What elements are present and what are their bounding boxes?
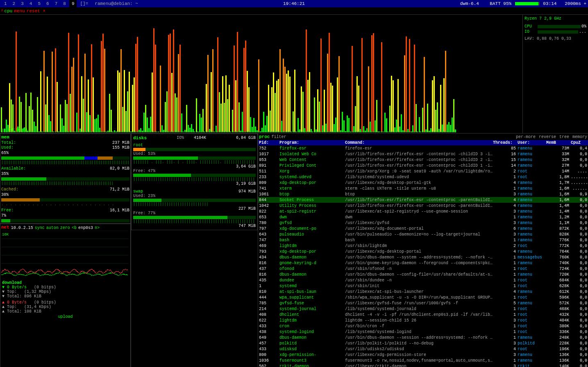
proc-row[interactable]: 233 systemd-udevd /lib/systemd/systemd-u… bbox=[258, 174, 588, 180]
tab-3[interactable]: 3 bbox=[18, 0, 26, 7]
swap-free-value: 747 MiB bbox=[133, 224, 256, 228]
proc-row[interactable]: 816 dbus-daemon /usr/bin/dbus-daemon --c… bbox=[258, 272, 588, 277]
proc-row[interactable]: 444 wpa_supplicant /sbin/wpa_supplicant … bbox=[258, 295, 588, 300]
col-header-user[interactable]: User: bbox=[518, 140, 546, 145]
tab-layout[interactable]: []= bbox=[77, 0, 91, 7]
proc-row[interactable]: 214 systemd-journal /lib/systemd/systemd… bbox=[258, 306, 588, 312]
col-header-memb[interactable]: MemB bbox=[546, 140, 571, 145]
proc-row[interactable]: 562 rtkit-daemon /usr/libexec/rtkit-daem… bbox=[258, 363, 588, 367]
net-tab-n[interactable]: n> bbox=[95, 226, 100, 230]
proc-row[interactable]: 741 xterm xterm -class UXTerm -title uxt… bbox=[258, 186, 588, 191]
proc-row[interactable]: 891 Privileged Cont /usr/lib/firefox-esr… bbox=[258, 163, 588, 168]
proc-row[interactable]: 800 xdg-permission- /usr/libexec/xdg-per… bbox=[258, 352, 588, 358]
filter-label[interactable]: filter bbox=[271, 135, 286, 139]
opt-reverse[interactable]: reverse bbox=[539, 135, 556, 139]
tab-6[interactable]: 6 bbox=[44, 0, 52, 7]
proc-prog: systemd bbox=[279, 284, 345, 288]
htop-tab-cpu-label[interactable]: cpu bbox=[4, 9, 14, 14]
proc-user: root bbox=[518, 307, 546, 311]
col-header-pid[interactable]: Pid: bbox=[259, 140, 279, 145]
opt-tree[interactable]: tree bbox=[559, 135, 569, 139]
proc-row[interactable]: 433 cron /usr/bin/cron -f 1 root 380K 0,… bbox=[258, 323, 588, 329]
mem-title: mem bbox=[1, 135, 129, 140]
proc-row[interactable]: 437 ofonod /usr/sbin/ofonod -n 1 root 72… bbox=[258, 266, 588, 272]
net-tab-auton[interactable]: auton bbox=[46, 226, 59, 230]
mem-cache-bar-fill bbox=[1, 198, 40, 202]
proc-row[interactable]: 622 lightdm lightdm --session-child 15 2… bbox=[258, 317, 588, 323]
opt-per-more[interactable]: per-more bbox=[516, 135, 536, 139]
proc-row[interactable]: 752 firefox-esr firefox-esr 85 ramenu 73… bbox=[258, 145, 588, 151]
col-header-threads[interactable]: Threads: bbox=[493, 140, 518, 145]
proc-cpu: ...... bbox=[571, 186, 587, 191]
proc-row[interactable]: 1061 btop btop 3 ramenu 1,6M 0,9 bbox=[258, 191, 588, 197]
proc-user: ramenu bbox=[518, 249, 546, 254]
proc-row[interactable]: 433 udisksd /usr/lib/udisks2/udisksd 4 r… bbox=[258, 346, 588, 352]
proc-row[interactable]: 649 dbus-daemon /usr/bin/dbus-daemon --s… bbox=[258, 335, 588, 340]
proc-row[interactable]: 797 xdg-document-po /usr/libexec/xdg-doc… bbox=[258, 226, 588, 231]
proc-row[interactable]: 1036 fusermount3 fusermount3 -o rw,nosui… bbox=[258, 358, 588, 363]
col-header-command[interactable]: Command: bbox=[345, 140, 493, 145]
proc-user: ramenu bbox=[518, 198, 546, 202]
tab-8[interactable]: 8 bbox=[61, 0, 68, 7]
swap-free-ascii: ||||||||||||||||||||||||||||||||||||||||… bbox=[133, 220, 256, 224]
proc-row[interactable]: 780 gvfsd /usr/libexec/gvfsd 3 ramenu 1,… bbox=[258, 220, 588, 226]
proc-row[interactable]: 457 polkitd /usr/lib/polkit-1/polkitd --… bbox=[258, 340, 588, 346]
mem-used-row: Used: 155 MiB bbox=[1, 145, 129, 150]
proc-row[interactable]: 844 Socket Process /usr/lib/firefox-esr/… bbox=[258, 197, 588, 203]
proc-prog: Socket Process bbox=[279, 198, 345, 202]
proc-row[interactable]: 810 at-spi-bus-laun /usr/libexec/at-spi-… bbox=[258, 289, 588, 295]
root-io-val: 4104K bbox=[194, 136, 206, 140]
mem-bar-cache bbox=[98, 156, 113, 160]
opt-memory[interactable]: memory bbox=[572, 135, 587, 139]
proc-mem: 684K bbox=[546, 278, 571, 283]
htop-tab-menu[interactable]: menu bbox=[13, 9, 25, 14]
net-tab-sync[interactable]: sync bbox=[35, 226, 45, 230]
net-tab-interface[interactable]: enp0s3 bbox=[78, 226, 93, 230]
htop-tab-reset-x: × bbox=[43, 9, 45, 14]
tab-2[interactable]: 2 bbox=[10, 0, 18, 7]
proc-prog: xterm bbox=[279, 186, 345, 191]
tab-1[interactable]: 1 bbox=[2, 0, 9, 7]
tab-5[interactable]: 5 bbox=[35, 0, 43, 7]
proc-row[interactable]: 1 systemd /usr/sbin/init 1 root 628K 0,0 bbox=[258, 283, 588, 289]
proc-row[interactable]: 1042 Utility Process /usr/lib/firefox-es… bbox=[258, 203, 588, 208]
proc-thr: 3 bbox=[493, 341, 518, 346]
net-tab-zero[interactable]: zero bbox=[60, 226, 70, 230]
proc-header: proc filter per-more reverse tree memory bbox=[258, 134, 588, 140]
proc-row[interactable]: 511 Xorg /usr/lib/xorg/Xorg :0 -seat sea… bbox=[258, 168, 588, 174]
proc-cmd: /lib/systemd/systemd-journald bbox=[345, 307, 493, 311]
proc-cmd: /usr/libexec/gvfsd bbox=[345, 221, 493, 225]
htop-tab-reset[interactable]: reset × bbox=[26, 9, 46, 14]
proc-row[interactable]: 469 lightdm /usr/sbin/lightdm 2 root 772… bbox=[258, 243, 588, 249]
proc-cpu: 0,0 bbox=[571, 353, 587, 357]
middle-panels: disks IO% 4104K 6,84 GiB root Used: 53% bbox=[131, 134, 258, 367]
tab-4[interactable]: 4 bbox=[27, 0, 35, 7]
proc-row[interactable]: 809 xdg-desktop-por /usr/libexec/xdg-des… bbox=[258, 180, 588, 186]
htop-tab-cpu[interactable]: ^ bbox=[1, 9, 4, 14]
proc-row[interactable]: 793 xdg-desktop-por /usr/libexec/xdg-des… bbox=[258, 249, 588, 254]
proc-row[interactable]: 435 dundee /usr/sbin/dundee -n 1 root 68… bbox=[258, 277, 588, 283]
proc-thr: 4 bbox=[493, 290, 518, 294]
tab-9[interactable]: 9 bbox=[69, 0, 77, 7]
net-tab-b[interactable]: <b bbox=[72, 226, 77, 230]
proc-row[interactable]: 408 dhclient dhclient -4 -v -i -pf /run/… bbox=[258, 312, 588, 317]
proc-row[interactable]: 438 systemd-logind /lib/systemd/systemd-… bbox=[258, 329, 588, 335]
proc-row[interactable]: 747 bash bash 1 ramenu 776K 0,0 bbox=[258, 237, 588, 243]
proc-mem: 772K bbox=[546, 244, 571, 248]
proc-row[interactable]: 653 dwm dwm 1 ramenu 1,2M 0,0 bbox=[258, 214, 588, 220]
proc-row[interactable]: 434 dbus-daemon /usr/bin/dbus-daemon --s… bbox=[258, 254, 588, 260]
proc-row[interactable]: 816 gnome-keyring-d /usr/bin/gnome-keyri… bbox=[258, 260, 588, 266]
col-header-program[interactable]: Program: bbox=[279, 140, 345, 145]
proc-thr: 1 bbox=[493, 272, 518, 277]
proc-row[interactable]: 1017 Isolated Web Co /usr/lib/firefox-es… bbox=[258, 151, 588, 157]
proc-row[interactable]: 643 pulseaudio /usr/bin/pulseaudio --dae… bbox=[258, 231, 588, 237]
swap-used-pct-label: Used: 23% bbox=[133, 194, 155, 198]
proc-row[interactable]: 953 Web Content /usr/lib/firefox-esr/fir… bbox=[258, 157, 588, 163]
tab-7[interactable]: 7 bbox=[52, 0, 60, 7]
col-header-cpuz[interactable]: CpuZ bbox=[571, 140, 587, 145]
proc-row[interactable]: 822 at-spi2-registr /usr/libexec/at-spi2… bbox=[258, 208, 588, 214]
proc-cpu: 0,0 bbox=[571, 215, 587, 220]
tab-bar[interactable]: 1 2 3 4 5 6 7 8 9 []= ramenu@debian: ~ bbox=[2, 0, 138, 7]
proc-list[interactable]: 752 firefox-esr firefox-esr 85 ramenu 73… bbox=[258, 145, 588, 367]
proc-row[interactable]: 785 gvfsd-fuse /usr/libexec/gvfsd-fuse /… bbox=[258, 300, 588, 306]
